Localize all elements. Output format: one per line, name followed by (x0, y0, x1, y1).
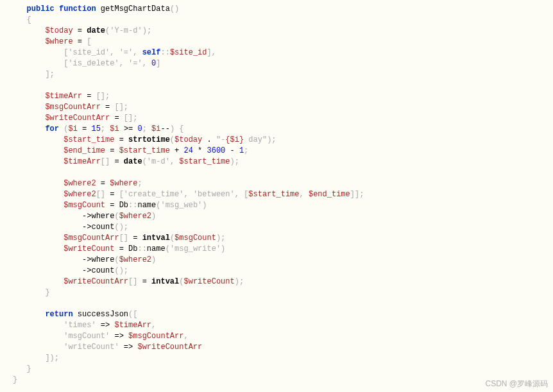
var-where2b: $where2 (64, 190, 96, 199)
var-et2: $end_time (309, 190, 350, 199)
num-15: 15 (91, 124, 100, 133)
var-writecountarr: $writeCountArr (45, 114, 110, 123)
var-msgcountarr2: $msgCountArr (64, 234, 119, 243)
keyword-public: public (27, 4, 55, 13)
str-md: 'm-d' (147, 157, 170, 166)
keyword-function: function (59, 4, 96, 13)
var-where2d: $where2 (119, 255, 151, 264)
str-siteid: 'site_id' (68, 48, 110, 57)
str-createtime: 'create_time' (124, 190, 184, 199)
fn-count: count (91, 223, 114, 232)
var-today: $today (45, 26, 72, 35)
watermark: CSDN @罗峰源码 (485, 379, 548, 389)
var-msgcountarr: $msgCountArr (45, 103, 100, 112)
var-writecount2: $writeCount (183, 277, 234, 286)
num-0b: 0 (137, 124, 142, 133)
var-timearr: $timeArr (45, 92, 82, 101)
fn-date2: date (124, 157, 142, 166)
var-where: $where (45, 37, 72, 46)
fn-name2: name (147, 244, 166, 253)
str-between: 'between' (193, 190, 235, 199)
str-dash: "- (216, 135, 225, 144)
cls-db2: Db (128, 244, 137, 253)
var-where2c: $where2 (119, 212, 151, 221)
function-name: getMsgChartData (101, 4, 170, 13)
var-where3: $where (110, 179, 137, 188)
var-writecount: $writeCount (64, 244, 114, 253)
kw-for: for (45, 124, 59, 133)
var-siteid: $site_id (170, 48, 207, 57)
str-msgcount: 'msgCount' (64, 332, 110, 341)
fn-name: name (137, 201, 156, 210)
var-msgcountarr3: $msgCountArr (128, 332, 183, 341)
kw-return: return (45, 310, 72, 319)
cls-db: Db (119, 201, 128, 210)
var-starttime2: $start_time (119, 146, 170, 155)
var-today2: $today (174, 135, 202, 144)
var-writecountarr2: $writeCountArr (64, 277, 128, 286)
str-eq: '=' (119, 48, 133, 57)
var-endtime: $end_time (64, 146, 105, 155)
fn-count2: count (91, 266, 114, 275)
var-timearr2: $timeArr (64, 157, 101, 166)
fn-intval2: intval (151, 277, 179, 286)
str-day: day" (244, 135, 267, 144)
num-3600: 3600 (207, 146, 225, 155)
str-ymd: 'Y-m-d' (110, 26, 142, 35)
var-writecountarr3: $writeCountArr (137, 343, 202, 352)
str-times: 'times' (64, 321, 96, 330)
var-iinterp: {$i} (225, 135, 244, 144)
var-st4: $start_time (248, 190, 299, 199)
str-msgweb: 'msg_web' (160, 201, 202, 210)
var-i3: $i (151, 124, 160, 133)
var-starttime3: $start_time (179, 157, 230, 166)
var-timearr3: $timeArr (114, 321, 151, 330)
fn-date: date (87, 26, 105, 35)
str-msgwrite: 'msg_write' (170, 244, 221, 253)
fn-strtotime: strtotime (128, 135, 170, 144)
code-block: public function getMsgChartData() { $tod… (0, 0, 553, 389)
num-24: 24 (183, 146, 192, 155)
var-msgcount: $msgCount (64, 201, 105, 210)
var-msgcount2: $msgCount (174, 234, 216, 243)
var-i2: $i (110, 124, 119, 133)
str-isdelete: 'is_delete' (68, 59, 119, 68)
str-writecount: 'writeCount' (64, 343, 119, 352)
fn-intval: intval (142, 234, 170, 243)
fn-where: where (91, 212, 114, 221)
fn-where2: where (91, 255, 114, 264)
str-eq2: '=' (128, 59, 142, 68)
var-starttime: $start_time (64, 135, 114, 144)
var-i: $i (68, 124, 77, 133)
var-where2: $where2 (64, 179, 96, 188)
kw-self: self (142, 48, 161, 57)
fn-successjson: successJson (78, 310, 128, 319)
